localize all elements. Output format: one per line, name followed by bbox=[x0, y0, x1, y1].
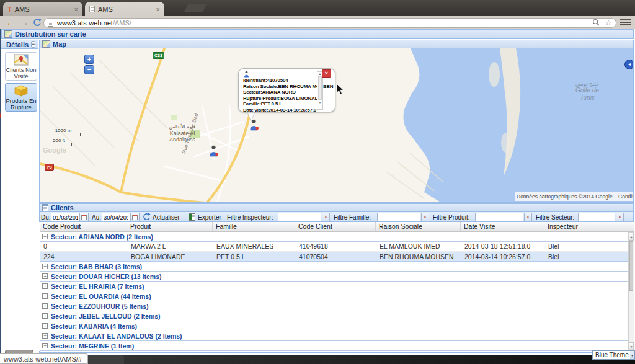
group-row[interactable]: + Secteur: EL HRAIRIA (7 Items) bbox=[40, 282, 628, 291]
date-to-input[interactable] bbox=[102, 213, 130, 221]
clear-filter-button[interactable]: × bbox=[524, 213, 532, 221]
map-marker-client[interactable] bbox=[208, 145, 219, 158]
popup-close-button[interactable]: × bbox=[322, 69, 331, 78]
expand-group-icon[interactable]: + bbox=[42, 343, 48, 348]
scrollbar-thumb[interactable] bbox=[629, 241, 633, 291]
region-collapse-button[interactable]: ◄ bbox=[624, 60, 634, 69]
road-badge-c33: C33 bbox=[153, 52, 164, 59]
refresh-button[interactable]: Actualiser bbox=[153, 214, 180, 221]
bookmark-star-icon[interactable]: ☆ bbox=[605, 20, 612, 26]
expand-group-icon[interactable]: + bbox=[42, 323, 48, 329]
page-icon bbox=[48, 20, 53, 27]
calendar-icon bbox=[132, 215, 138, 220]
group-row[interactable]: + Secteur: MEGRINE (1 Item) bbox=[40, 341, 628, 351]
theme-select[interactable]: Blue Theme bbox=[592, 350, 631, 360]
group-row[interactable]: + Secteur: KALAAT EL ANDALOUS (2 Items) bbox=[40, 331, 628, 341]
group-label: Secteur: DOUAR HICHER (13 Items) bbox=[51, 273, 162, 280]
clear-filter-button[interactable]: × bbox=[616, 213, 624, 221]
clear-filter-button[interactable]: × bbox=[421, 213, 429, 221]
filter-famille-input[interactable] bbox=[377, 213, 420, 221]
browser-tab-2[interactable]: AMS × bbox=[85, 2, 164, 16]
sidebar-item-produits-en-rupture[interactable]: Produits En Rupture bbox=[5, 83, 37, 112]
scale-label-imperial: 500 ft bbox=[45, 138, 73, 143]
refresh-icon[interactable] bbox=[143, 213, 151, 222]
group-label: Secteur: EL HRAIRIA (7 Items) bbox=[51, 283, 144, 290]
expand-group-icon[interactable]: + bbox=[42, 313, 48, 319]
browser-tabstrip: T AMS × AMS × bbox=[0, 0, 635, 16]
column-header-inspecteur[interactable]: Inspecteur bbox=[544, 222, 628, 231]
group-row[interactable]: + Secteur: JEBEL JELLOUD (2 Items) bbox=[40, 311, 628, 321]
back-button[interactable]: ← bbox=[5, 17, 16, 28]
expand-group-icon[interactable]: + bbox=[42, 333, 48, 339]
expand-group-icon[interactable]: + bbox=[42, 293, 48, 299]
map-panel-title: Map bbox=[53, 40, 66, 48]
expand-group-icon[interactable]: + bbox=[42, 273, 48, 279]
cell: PET 0.5 L bbox=[213, 252, 295, 261]
column-header-raison-sociale[interactable]: Raison Sociale bbox=[376, 222, 461, 231]
collapse-group-icon[interactable]: − bbox=[42, 234, 48, 239]
scroll-up-icon[interactable]: ▲ bbox=[629, 233, 634, 241]
search-icon[interactable] bbox=[592, 19, 600, 27]
filter-produit-input[interactable] bbox=[475, 213, 523, 221]
group-row[interactable]: + Secteur: KABARIA (4 Items) bbox=[40, 321, 628, 331]
address-bar[interactable]: www3.ats-web.net /AMS/ ☆ bbox=[43, 18, 616, 28]
group-row[interactable]: + Secteur: BAB BHAR (3 Items) bbox=[40, 262, 628, 272]
date-from-input[interactable] bbox=[51, 213, 79, 221]
group-row[interactable]: + Secteur: EL OUARDIA (44 Items) bbox=[40, 291, 628, 301]
place-label-line2: Andalouss bbox=[158, 136, 207, 143]
sea-label-line1: Golfe de bbox=[564, 87, 611, 94]
cell: Blel bbox=[544, 252, 628, 261]
forward-button[interactable]: → bbox=[19, 17, 30, 28]
scroll-down-icon[interactable]: ▼ bbox=[318, 100, 322, 104]
cell: EAUX MINERALES bbox=[213, 242, 295, 251]
export-button[interactable]: Exporter bbox=[198, 214, 221, 221]
app-header: Distrubution sur carte bbox=[1, 29, 634, 39]
expand-group-icon[interactable]: + bbox=[42, 303, 48, 309]
column-header-date-visite[interactable]: Date Visite bbox=[461, 222, 544, 231]
expand-group-icon[interactable]: + bbox=[42, 283, 48, 289]
date-to-trigger[interactable] bbox=[130, 213, 140, 221]
map-canvas[interactable]: C33 P8 قلعة الأندلس Kalaate Al Andalouss… bbox=[39, 48, 634, 203]
table-row[interactable]: 0 MARWA 2 L EAUX MINERALES 41049618 EL M… bbox=[40, 242, 628, 252]
column-header-code-produit[interactable]: Code Produit bbox=[40, 222, 127, 231]
tab-close-icon[interactable]: × bbox=[156, 6, 160, 12]
table-row-selected[interactable]: 224 BOGA LIMONADE PET 0.5 L 41070504 BEN… bbox=[40, 252, 628, 262]
map-zoom-out-button[interactable]: − bbox=[84, 65, 94, 74]
theme-select-dropdown-icon[interactable]: ▾ bbox=[630, 350, 635, 360]
reload-button[interactable] bbox=[33, 18, 42, 28]
new-tab-button[interactable] bbox=[184, 4, 207, 12]
scroll-down-icon[interactable]: ▼ bbox=[629, 342, 634, 350]
date-from-trigger[interactable] bbox=[79, 213, 89, 221]
cell: 2014-03-14 10:26:57.0 bbox=[461, 252, 544, 261]
column-header-famille[interactable]: Famille bbox=[213, 222, 295, 231]
group-label: Secteur: MEGRINE (1 Item) bbox=[51, 342, 134, 350]
browser-tab-1[interactable]: T AMS × bbox=[3, 2, 82, 16]
group-row[interactable]: + Secteur: EZZOUHOUR (5 Items) bbox=[40, 301, 628, 311]
map-zoom-in-button[interactable]: + bbox=[84, 55, 94, 64]
filter-inspecteur-input[interactable] bbox=[278, 213, 321, 221]
map-info-popup: Identifiant:41070504 Raison Sociale:BEN … bbox=[238, 68, 335, 112]
filter-produit-label: Filtre Produit: bbox=[433, 214, 469, 221]
excel-icon[interactable] bbox=[189, 213, 195, 221]
column-header-produit[interactable]: Produit bbox=[127, 222, 213, 231]
sea-label-line2: Tunis bbox=[564, 95, 611, 101]
grid-scrollbar[interactable]: ▲ ▼ bbox=[628, 232, 634, 351]
column-header-code-client[interactable]: Code Client bbox=[295, 222, 376, 231]
browser-menu-button[interactable] bbox=[620, 19, 631, 27]
collapse-panel-button[interactable]: − bbox=[31, 41, 35, 48]
group-row-ariana-nord[interactable]: − Secteur: ARIANA NORD (2 Items) bbox=[40, 232, 628, 242]
sidebar-item-clients-non-visite[interactable]: Clients Non Visité bbox=[5, 52, 37, 81]
terms-link[interactable]: Conditions d'utilisation bbox=[618, 193, 634, 200]
page-title: Distrubution sur carte bbox=[15, 30, 86, 38]
url-path: /AMS/ bbox=[113, 19, 131, 27]
cell: 41049618 bbox=[295, 242, 376, 251]
tab-close-icon[interactable]: × bbox=[74, 6, 78, 12]
cell: MARWA 2 L bbox=[127, 242, 213, 251]
filter-secteur-input[interactable] bbox=[578, 213, 615, 221]
sidebar-item-label: Produits En Rupture bbox=[6, 98, 37, 110]
expand-group-icon[interactable]: + bbox=[42, 264, 48, 269]
group-label: Secteur: BAB BHAR (3 Items) bbox=[51, 263, 142, 270]
clear-filter-button[interactable]: × bbox=[322, 213, 330, 221]
group-row[interactable]: + Secteur: DOUAR HICHER (13 Items) bbox=[40, 272, 628, 282]
os-taskbar bbox=[0, 355, 635, 364]
